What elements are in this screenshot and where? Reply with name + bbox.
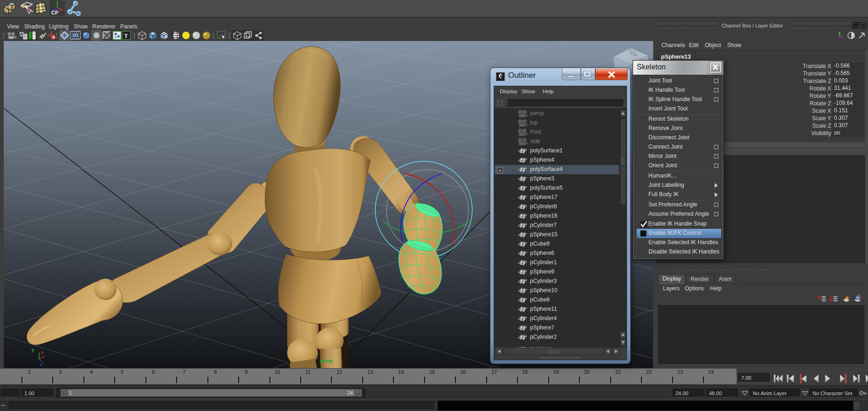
svg-text:x: x [41, 350, 44, 355]
svg-text:z: z [40, 362, 42, 367]
svg-text:persp: persp [320, 358, 332, 363]
svg-text:CP: CP [51, 10, 58, 15]
svg-text:y: y [32, 347, 34, 352]
svg-text:T: T [124, 32, 128, 39]
